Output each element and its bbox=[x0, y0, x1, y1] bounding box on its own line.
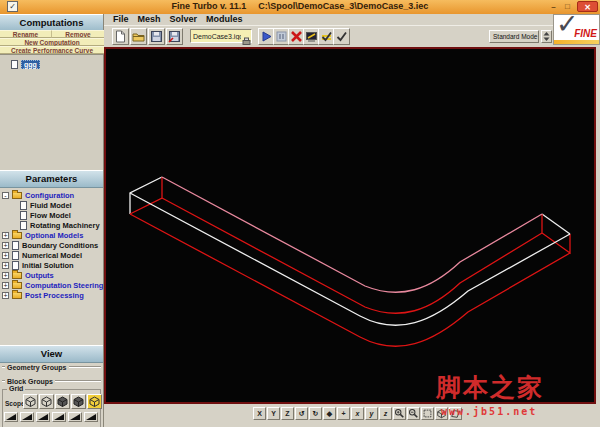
grid-wedge-6-button[interactable] bbox=[84, 412, 98, 422]
close-button[interactable]: ✕ bbox=[577, 1, 598, 12]
computation-item[interactable]: ggg bbox=[11, 59, 103, 69]
window-title: Fine Turbo v. 11.1C:\Spool\DemoCase_3\De… bbox=[0, 1, 600, 11]
zoom-in-icon bbox=[394, 407, 405, 420]
expander-icon[interactable]: + bbox=[2, 232, 9, 239]
duct-bottom-front-edge bbox=[130, 214, 570, 346]
geometry-groups-section[interactable]: Geometry Groups bbox=[2, 362, 101, 372]
save-project-as-button[interactable] bbox=[166, 28, 183, 45]
folder-icon bbox=[12, 192, 22, 199]
grid-wedge-3-button[interactable] bbox=[36, 412, 50, 422]
axis-z-button[interactable]: Z bbox=[281, 407, 294, 420]
tree-item-initial-solution[interactable]: +Initial Solution bbox=[0, 260, 103, 270]
zoom-box-button[interactable] bbox=[421, 407, 434, 420]
cube-icon bbox=[24, 395, 37, 408]
grid-scope-1-button[interactable] bbox=[23, 394, 38, 409]
folder-icon bbox=[12, 272, 22, 279]
doc-icon bbox=[12, 261, 19, 270]
mode-select[interactable]: Standard Mode bbox=[489, 30, 539, 43]
left-sidebar: Computations Rename Remove New Computati… bbox=[0, 14, 104, 427]
folder-icon bbox=[12, 232, 22, 239]
cube-icon bbox=[40, 395, 53, 408]
rotate-ccw-button[interactable]: ↺ bbox=[295, 407, 308, 420]
axis-y-button[interactable]: Y bbox=[267, 407, 280, 420]
open-project-button[interactable] bbox=[130, 28, 147, 45]
fit-view-icon: ◆ bbox=[327, 410, 332, 417]
menu-file[interactable]: File bbox=[113, 14, 129, 25]
tree-item-label: Computation Steering bbox=[25, 281, 103, 290]
menu-solver[interactable]: Solver bbox=[170, 14, 198, 25]
new-document-icon bbox=[114, 30, 127, 43]
grid-scope-5-button[interactable] bbox=[87, 394, 102, 409]
expander-icon[interactable]: + bbox=[2, 262, 9, 269]
document-icon bbox=[11, 60, 18, 69]
new-project-button[interactable] bbox=[112, 28, 129, 45]
scope-buttons bbox=[23, 394, 103, 409]
zoom-in-button[interactable] bbox=[393, 407, 406, 420]
parameters-header: Parameters bbox=[0, 170, 103, 188]
maximize-button[interactable]: □ bbox=[561, 1, 574, 12]
fine-logo: ✓ FINE bbox=[553, 14, 600, 45]
expander-icon[interactable]: + bbox=[2, 272, 9, 279]
tree-item-outputs[interactable]: +Outputs bbox=[0, 270, 103, 280]
doc-icon bbox=[20, 201, 27, 210]
doc-icon bbox=[20, 211, 27, 220]
tree-item-flow-model[interactable]: Flow Model bbox=[0, 210, 103, 220]
tree-item-numerical-model[interactable]: +Numerical Model bbox=[0, 250, 103, 260]
rotate-cw-button[interactable]: ↻ bbox=[309, 407, 322, 420]
wedge-icon bbox=[53, 413, 65, 421]
tree-item-configuration[interactable]: -Configuration bbox=[0, 190, 103, 200]
grid-label: Grid bbox=[7, 385, 25, 392]
tree-item-fluid-model[interactable]: Fluid Model bbox=[0, 200, 103, 210]
menu-mesh[interactable]: Mesh bbox=[138, 14, 161, 25]
watermark-url: www.jb51.net bbox=[441, 406, 537, 417]
expander-icon[interactable]: - bbox=[2, 192, 9, 199]
file-path: C:\Spool\DemoCase_3\DemoCase_3.iec bbox=[258, 1, 428, 11]
rotate-z-button[interactable]: z bbox=[379, 407, 392, 420]
computations-tree[interactable]: ggg bbox=[0, 54, 103, 171]
cube-icon bbox=[88, 395, 101, 408]
rotate-y-button[interactable]: y bbox=[365, 407, 378, 420]
accept-button[interactable] bbox=[333, 28, 350, 45]
fit-view-button[interactable]: ◆ bbox=[323, 407, 336, 420]
grid-scope-2-button[interactable] bbox=[39, 394, 54, 409]
new-computation-button[interactable]: New Computation bbox=[0, 38, 104, 46]
graphics-viewport[interactable]: 脚本之家 bbox=[104, 47, 596, 404]
computation-item-label[interactable]: ggg bbox=[21, 60, 40, 69]
expander-icon[interactable]: + bbox=[2, 292, 9, 299]
zoom-out-button[interactable] bbox=[407, 407, 420, 420]
grid-wedge-4-button[interactable] bbox=[52, 412, 66, 422]
create-performance-curve-button[interactable]: Create Performance Curve bbox=[0, 46, 104, 54]
tree-item-post-processing[interactable]: +Post Processing bbox=[0, 290, 103, 300]
grid-wedge-2-button[interactable] bbox=[20, 412, 34, 422]
tree-item-rotating-machinery[interactable]: Rotating Machinery bbox=[0, 220, 103, 230]
tree-item-boundary-conditions[interactable]: +Boundary Conditions bbox=[0, 240, 103, 250]
up-down-arrow-icon bbox=[543, 32, 550, 41]
doc-icon bbox=[12, 241, 19, 250]
wedge-icon bbox=[85, 413, 97, 421]
tree-item-label: Numerical Model bbox=[22, 251, 82, 260]
cube-icon bbox=[56, 395, 69, 408]
tree-item-computation-steering[interactable]: +Computation Steering bbox=[0, 280, 103, 290]
mode-select-arrow-button[interactable] bbox=[541, 30, 552, 43]
axis-x-icon: X bbox=[257, 410, 262, 417]
monitor-pencil-icon bbox=[305, 30, 318, 43]
axis-z-icon: Z bbox=[285, 410, 289, 417]
expander-icon[interactable]: + bbox=[2, 282, 9, 289]
expander-icon[interactable]: + bbox=[2, 252, 9, 259]
rename-button[interactable]: Rename bbox=[0, 30, 52, 38]
pan-button[interactable]: + bbox=[337, 407, 350, 420]
tree-item-optional-models[interactable]: +Optional Models bbox=[0, 230, 103, 240]
grid-wedge-1-button[interactable] bbox=[4, 412, 18, 422]
expander-icon[interactable]: + bbox=[2, 242, 9, 249]
grid-scope-4-button[interactable] bbox=[71, 394, 86, 409]
tree-item-label: Rotating Machinery bbox=[30, 221, 100, 230]
grid-wedge-5-button[interactable] bbox=[68, 412, 82, 422]
axis-x-button[interactable]: X bbox=[253, 407, 266, 420]
titlebar[interactable]: ✓ Fine Turbo v. 11.1C:\Spool\DemoCase_3\… bbox=[0, 0, 600, 14]
remove-button[interactable]: Remove bbox=[52, 30, 104, 38]
grid-scope-3-button[interactable] bbox=[55, 394, 70, 409]
save-project-button[interactable] bbox=[148, 28, 165, 45]
rotate-x-button[interactable]: x bbox=[351, 407, 364, 420]
minimize-button[interactable]: – bbox=[547, 1, 560, 12]
menu-modules[interactable]: Modules bbox=[206, 14, 243, 25]
